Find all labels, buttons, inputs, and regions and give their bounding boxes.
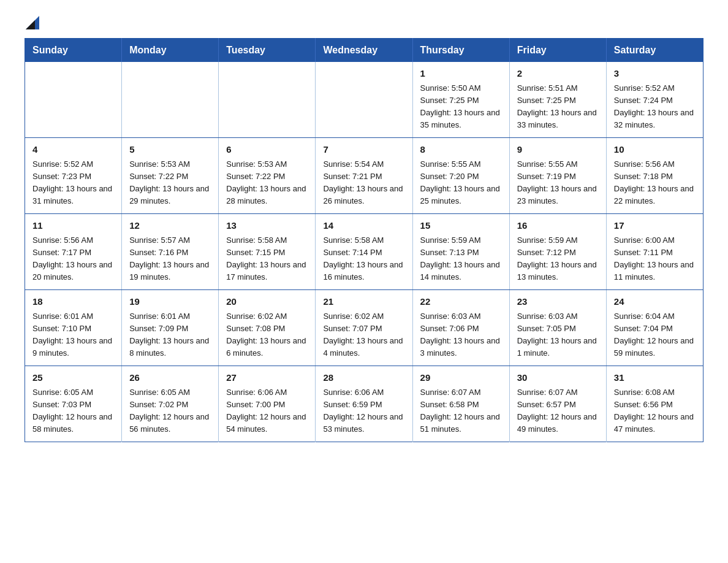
calendar-cell: 14Sunrise: 5:58 AMSunset: 7:14 PMDayligh… [316,214,412,290]
day-info: Sunrise: 6:04 AMSunset: 7:04 PMDaylight:… [614,310,696,360]
day-number: 17 [614,219,696,233]
day-info: Sunrise: 5:52 AMSunset: 7:24 PMDaylight:… [614,82,696,132]
weekday-header-thursday: Thursday [412,39,509,63]
day-number: 11 [32,219,114,233]
calendar-cell: 15Sunrise: 5:59 AMSunset: 7:13 PMDayligh… [412,214,509,290]
calendar-cell: 11Sunrise: 5:56 AMSunset: 7:17 PMDayligh… [25,214,122,290]
day-number: 27 [226,371,308,385]
day-number: 19 [129,295,211,309]
calendar-cell [316,62,412,138]
page-header [25,18,703,29]
calendar-cell: 17Sunrise: 6:00 AMSunset: 7:11 PMDayligh… [606,214,703,290]
day-info: Sunrise: 5:54 AMSunset: 7:21 PMDaylight:… [323,158,404,208]
day-number: 13 [226,219,308,233]
day-info: Sunrise: 5:57 AMSunset: 7:16 PMDaylight:… [129,234,211,284]
day-info: Sunrise: 6:02 AMSunset: 7:07 PMDaylight:… [323,310,404,360]
day-number: 1 [420,67,502,81]
day-info: Sunrise: 6:03 AMSunset: 7:05 PMDaylight:… [517,310,599,360]
calendar-cell: 26Sunrise: 6:05 AMSunset: 7:02 PMDayligh… [122,366,219,442]
calendar-cell: 29Sunrise: 6:07 AMSunset: 6:58 PMDayligh… [412,366,509,442]
calendar-week-2: 4Sunrise: 5:52 AMSunset: 7:23 PMDaylight… [25,138,703,214]
day-number: 31 [614,371,696,385]
calendar-cell [122,62,219,138]
calendar-table: SundayMondayTuesdayWednesdayThursdayFrid… [25,38,703,442]
day-number: 23 [517,295,599,309]
weekday-header-friday: Friday [509,39,606,63]
day-number: 15 [420,219,502,233]
calendar-cell: 9Sunrise: 5:55 AMSunset: 7:19 PMDaylight… [509,138,606,214]
calendar-cell: 7Sunrise: 5:54 AMSunset: 7:21 PMDaylight… [316,138,412,214]
day-info: Sunrise: 5:59 AMSunset: 7:12 PMDaylight:… [517,234,599,284]
day-info: Sunrise: 6:07 AMSunset: 6:57 PMDaylight:… [517,386,599,436]
day-number: 26 [129,371,211,385]
day-number: 14 [323,219,404,233]
calendar-cell: 21Sunrise: 6:02 AMSunset: 7:07 PMDayligh… [316,290,412,366]
day-number: 30 [517,371,599,385]
day-info: Sunrise: 5:52 AMSunset: 7:23 PMDaylight:… [32,158,114,208]
day-info: Sunrise: 6:06 AMSunset: 7:00 PMDaylight:… [226,386,308,436]
day-number: 24 [614,295,696,309]
calendar-cell: 28Sunrise: 6:06 AMSunset: 6:59 PMDayligh… [316,366,412,442]
day-number: 10 [614,143,696,157]
calendar-cell: 16Sunrise: 5:59 AMSunset: 7:12 PMDayligh… [509,214,606,290]
calendar-cell: 12Sunrise: 5:57 AMSunset: 7:16 PMDayligh… [122,214,219,290]
calendar-cell: 23Sunrise: 6:03 AMSunset: 7:05 PMDayligh… [509,290,606,366]
calendar-cell: 1Sunrise: 5:50 AMSunset: 7:25 PMDaylight… [412,62,509,138]
day-number: 3 [614,67,696,81]
weekday-header-monday: Monday [122,39,219,63]
calendar-cell: 27Sunrise: 6:06 AMSunset: 7:00 PMDayligh… [219,366,316,442]
day-info: Sunrise: 6:01 AMSunset: 7:10 PMDaylight:… [32,310,114,360]
calendar-header: SundayMondayTuesdayWednesdayThursdayFrid… [25,39,703,63]
calendar-cell: 31Sunrise: 6:08 AMSunset: 6:56 PMDayligh… [606,366,703,442]
calendar-week-3: 11Sunrise: 5:56 AMSunset: 7:17 PMDayligh… [25,214,703,290]
day-info: Sunrise: 6:01 AMSunset: 7:09 PMDaylight:… [129,310,211,360]
day-number: 6 [226,143,308,157]
day-info: Sunrise: 6:02 AMSunset: 7:08 PMDaylight:… [226,310,308,360]
weekday-header-sunday: Sunday [25,39,122,63]
calendar-week-1: 1Sunrise: 5:50 AMSunset: 7:25 PMDaylight… [25,62,703,138]
calendar-cell: 13Sunrise: 5:58 AMSunset: 7:15 PMDayligh… [219,214,316,290]
day-info: Sunrise: 5:50 AMSunset: 7:25 PMDaylight:… [420,82,502,132]
day-number: 25 [32,371,114,385]
day-info: Sunrise: 5:58 AMSunset: 7:14 PMDaylight:… [323,234,404,284]
calendar-cell: 3Sunrise: 5:52 AMSunset: 7:24 PMDaylight… [606,62,703,138]
calendar-week-5: 25Sunrise: 6:05 AMSunset: 7:03 PMDayligh… [25,366,703,442]
day-number: 7 [323,143,404,157]
day-number: 8 [420,143,502,157]
day-number: 29 [420,371,502,385]
calendar-cell: 6Sunrise: 5:53 AMSunset: 7:22 PMDaylight… [219,138,316,214]
day-info: Sunrise: 5:59 AMSunset: 7:13 PMDaylight:… [420,234,502,284]
day-number: 20 [226,295,308,309]
calendar-cell: 2Sunrise: 5:51 AMSunset: 7:25 PMDaylight… [509,62,606,138]
day-info: Sunrise: 6:05 AMSunset: 7:03 PMDaylight:… [32,386,114,436]
calendar-cell: 10Sunrise: 5:56 AMSunset: 7:18 PMDayligh… [606,138,703,214]
day-info: Sunrise: 5:58 AMSunset: 7:15 PMDaylight:… [226,234,308,284]
day-info: Sunrise: 6:05 AMSunset: 7:02 PMDaylight:… [129,386,211,436]
calendar-cell: 8Sunrise: 5:55 AMSunset: 7:20 PMDaylight… [412,138,509,214]
calendar-cell: 22Sunrise: 6:03 AMSunset: 7:06 PMDayligh… [412,290,509,366]
calendar-cell [25,62,122,138]
calendar-cell: 20Sunrise: 6:02 AMSunset: 7:08 PMDayligh… [219,290,316,366]
day-info: Sunrise: 5:53 AMSunset: 7:22 PMDaylight:… [226,158,308,208]
day-number: 21 [323,295,404,309]
weekday-header-saturday: Saturday [606,39,703,63]
weekday-header-row: SundayMondayTuesdayWednesdayThursdayFrid… [25,39,703,63]
day-info: Sunrise: 5:56 AMSunset: 7:17 PMDaylight:… [32,234,114,284]
logo [25,18,39,29]
day-info: Sunrise: 6:07 AMSunset: 6:58 PMDaylight:… [420,386,502,436]
day-number: 5 [129,143,211,157]
weekday-header-tuesday: Tuesday [219,39,316,63]
calendar-cell: 24Sunrise: 6:04 AMSunset: 7:04 PMDayligh… [606,290,703,366]
day-number: 4 [32,143,114,157]
day-info: Sunrise: 5:56 AMSunset: 7:18 PMDaylight:… [614,158,696,208]
day-number: 2 [517,67,599,81]
day-info: Sunrise: 6:03 AMSunset: 7:06 PMDaylight:… [420,310,502,360]
weekday-header-wednesday: Wednesday [316,39,412,63]
svg-marker-1 [26,20,35,29]
calendar-cell: 19Sunrise: 6:01 AMSunset: 7:09 PMDayligh… [122,290,219,366]
calendar-cell: 5Sunrise: 5:53 AMSunset: 7:22 PMDaylight… [122,138,219,214]
calendar-cell: 30Sunrise: 6:07 AMSunset: 6:57 PMDayligh… [509,366,606,442]
day-number: 12 [129,219,211,233]
calendar-cell: 18Sunrise: 6:01 AMSunset: 7:10 PMDayligh… [25,290,122,366]
day-number: 9 [517,143,599,157]
